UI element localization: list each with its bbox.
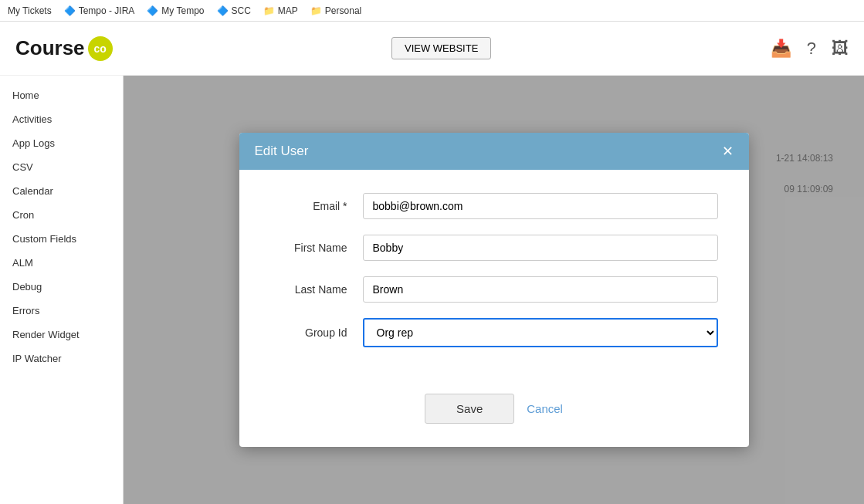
header-center: VIEW WEBSITE [391, 37, 491, 59]
scc-icon: 🔷 [217, 5, 229, 16]
email-input[interactable] [363, 193, 718, 219]
modal-title: Edit User [255, 144, 309, 159]
last-name-input[interactable] [363, 276, 718, 303]
last-name-label: Last Name [270, 283, 363, 296]
page-content: 1-21 14:08:13 09 11:09:09 Edit User ✕ Em… [124, 76, 864, 504]
sidebar-item-custom-fields[interactable]: Custom Fields [0, 227, 123, 251]
modal-close-button[interactable]: ✕ [722, 144, 734, 158]
nav-tempo-jira[interactable]: 🔷 Tempo - JIRA [64, 5, 135, 16]
nav-my-tickets[interactable]: My Tickets [8, 5, 52, 16]
sidebar-item-home[interactable]: Home [0, 83, 123, 107]
edit-user-modal: Edit User ✕ Email * First Name [239, 133, 749, 447]
sidebar-item-errors[interactable]: Errors [0, 299, 123, 323]
nav-my-tempo[interactable]: 🔷 My Tempo [147, 5, 204, 16]
modal-body: Email * First Name Last Name [239, 170, 749, 386]
view-website-button[interactable]: VIEW WEBSITE [391, 37, 491, 59]
sidebar-item-cron[interactable]: Cron [0, 203, 123, 227]
sidebar-item-alm[interactable]: ALM [0, 251, 123, 275]
tempo-jira-label: Tempo - JIRA [79, 5, 135, 16]
tempo-icon: 🔷 [64, 5, 76, 16]
top-nav: My Tickets 🔷 Tempo - JIRA 🔷 My Tempo 🔷 S… [0, 0, 864, 22]
logo: Course co [15, 36, 113, 61]
sidebar-item-app-logs[interactable]: App Logs [0, 131, 123, 155]
my-tempo-label: My Tempo [161, 5, 204, 16]
modal-header: Edit User ✕ [239, 133, 749, 170]
group-id-row: Group Id Org rep Admin User Manager [270, 318, 718, 347]
user-avatar-icon[interactable]: 🖼 [832, 39, 849, 59]
sidebar-item-activities[interactable]: Activities [0, 107, 123, 131]
group-id-label: Group Id [270, 326, 363, 339]
modal-footer: Save Cancel [239, 386, 749, 447]
sidebar-item-calendar[interactable]: Calendar [0, 179, 123, 203]
first-name-input[interactable] [363, 235, 718, 261]
first-name-row: First Name [270, 235, 718, 261]
sidebar-item-csv[interactable]: CSV [0, 155, 123, 179]
last-name-row: Last Name [270, 276, 718, 303]
help-icon[interactable]: ? [807, 39, 816, 59]
sidebar: Home Activities App Logs CSV Calendar Cr… [0, 76, 124, 504]
nav-personal[interactable]: 📁 Personal [310, 5, 361, 16]
save-button[interactable]: Save [425, 394, 514, 424]
sidebar-item-debug[interactable]: Debug [0, 275, 123, 299]
main-area: Home Activities App Logs CSV Calendar Cr… [0, 76, 864, 504]
map-label: MAP [278, 5, 298, 16]
nav-map[interactable]: 📁 MAP [263, 5, 298, 16]
logo-text: Course [15, 36, 85, 60]
inbox-icon[interactable]: 📥 [771, 39, 791, 59]
email-row: Email * [270, 193, 718, 219]
my-tickets-label: My Tickets [8, 5, 52, 16]
sidebar-item-ip-watcher[interactable]: IP Watcher [0, 347, 123, 370]
header-bar: Course co VIEW WEBSITE 📥 ? 🖼 [0, 22, 864, 76]
scc-label: SCC [232, 5, 251, 16]
sidebar-item-render-widget[interactable]: Render Widget [0, 323, 123, 347]
cancel-button[interactable]: Cancel [527, 402, 563, 415]
modal-overlay: Edit User ✕ Email * First Name [124, 76, 864, 504]
first-name-label: First Name [270, 242, 363, 254]
logo-co: co [88, 36, 113, 61]
personal-label: Personal [325, 5, 361, 16]
personal-folder-icon: 📁 [310, 5, 322, 16]
group-id-select[interactable]: Org rep Admin User Manager [363, 318, 718, 347]
nav-scc[interactable]: 🔷 SCC [217, 5, 251, 16]
email-label: Email * [270, 200, 363, 212]
my-tempo-icon: 🔷 [147, 5, 158, 16]
header-icons: 📥 ? 🖼 [771, 39, 849, 59]
map-folder-icon: 📁 [263, 5, 275, 16]
